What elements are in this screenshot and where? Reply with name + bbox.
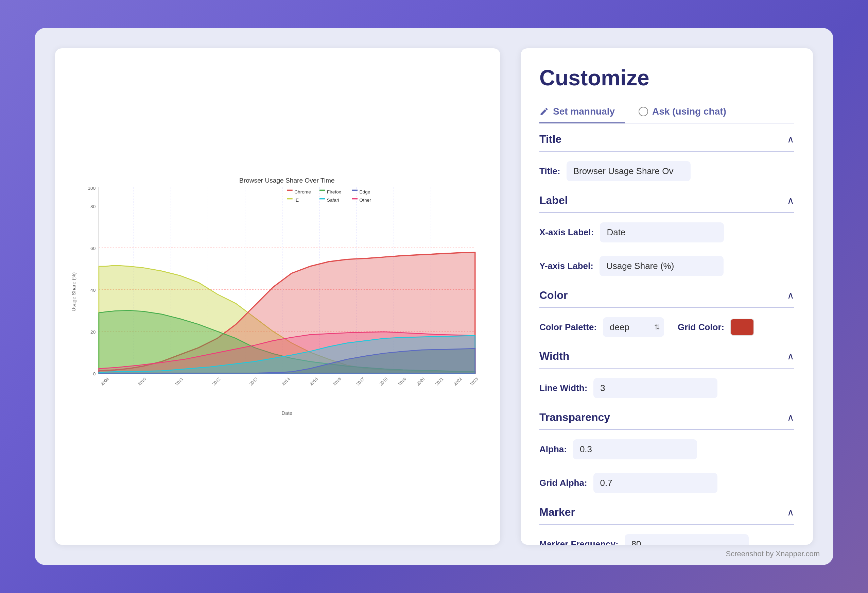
grid-color-label: Grid Color: [678, 322, 724, 333]
section-title-content: Title: [539, 152, 794, 185]
title-field-group: Title: [539, 161, 691, 181]
svg-rect-38 [287, 190, 292, 191]
x-axis-label: X-axis Label: [539, 227, 594, 238]
svg-rect-42 [352, 190, 357, 191]
svg-text:Chrome: Chrome [294, 189, 311, 195]
palette-field-group: Color Palette: deep muted bright pastel [539, 317, 664, 337]
y-axis-input[interactable] [599, 256, 723, 276]
y-axis-label: Usage Share (%) [71, 272, 77, 312]
title-field-label: Title: [539, 166, 560, 176]
y-axis-label: Y-axis Label: [539, 261, 593, 271]
section-marker-content: Marker Frequency: [539, 525, 794, 545]
svg-text:Other: Other [360, 198, 372, 203]
section-color: Color ∧ Color Palette: deep muted bright… [539, 279, 794, 340]
palette-select[interactable]: deep muted bright pastel [603, 317, 664, 337]
svg-text:60: 60 [90, 246, 96, 251]
palette-select-wrapper: deep muted bright pastel [603, 317, 664, 337]
section-width-content: Line Width: [539, 368, 794, 402]
section-label-header[interactable]: Label ∧ [539, 185, 794, 213]
line-width-input[interactable] [593, 378, 717, 398]
section-marker-header[interactable]: Marker ∧ [539, 497, 794, 525]
svg-text:IE: IE [294, 198, 299, 203]
chevron-up-icon-6: ∧ [787, 507, 794, 518]
grid-color-field-group: Grid Color: [678, 319, 754, 336]
grid-alpha-input[interactable] [593, 473, 717, 493]
chevron-up-icon-5: ∧ [787, 412, 794, 423]
tab-manual-label: Set mannualy [553, 106, 615, 117]
alpha-input[interactable] [573, 439, 697, 459]
section-transparency-title: Transparency [539, 411, 610, 424]
chevron-up-icon-4: ∧ [787, 350, 794, 362]
section-title-label: Title [539, 133, 561, 145]
customize-panel: Customize Set mannualy Ask (using chat) … [521, 48, 813, 545]
chart-svg: Browser Usage Share Over Time Usage Shar… [69, 62, 487, 531]
x-axis-field-group: X-axis Label: [539, 222, 724, 243]
transparency-field-row: Alpha: Grid Alpha: [539, 439, 794, 493]
chevron-up-icon: ∧ [787, 134, 794, 145]
section-width-header[interactable]: Width ∧ [539, 340, 794, 368]
line-width-field-group: Line Width: [539, 378, 717, 398]
x-axis-input[interactable] [600, 222, 724, 243]
svg-text:0: 0 [93, 371, 96, 376]
svg-text:Firefox: Firefox [327, 189, 341, 195]
y-axis-field-group: Y-axis Label: [539, 256, 723, 276]
section-label: Label ∧ X-axis Label: Y-axis Label: [539, 185, 794, 279]
svg-text:Edge: Edge [360, 189, 371, 195]
section-color-title: Color [539, 289, 568, 302]
marker-field-row: Marker Frequency: [539, 534, 794, 545]
section-marker: Marker ∧ Marker Frequency: [539, 497, 794, 545]
tab-chat-label: Ask (using chat) [652, 106, 726, 117]
palette-label: Color Palette: [539, 322, 597, 333]
marker-freq-field-group: Marker Frequency: [539, 534, 749, 545]
line-width-label: Line Width: [539, 383, 587, 393]
x-axis-label: Date [281, 410, 292, 416]
screenshot-label: Screenshot by Xnapper.com [726, 550, 820, 558]
pencil-icon [539, 107, 549, 116]
section-label-content: X-axis Label: Y-axis Label: [539, 213, 794, 279]
grid-alpha-label: Grid Alpha: [539, 478, 587, 488]
alpha-label: Alpha: [539, 444, 567, 455]
label-field-row: X-axis Label: Y-axis Label: [539, 222, 794, 276]
mode-tabs: Set mannualy Ask (using chat) [539, 101, 794, 123]
section-width-title: Width [539, 350, 570, 362]
svg-text:40: 40 [90, 288, 96, 293]
grid-alpha-field-group: Grid Alpha: [539, 473, 717, 493]
svg-text:100: 100 [88, 186, 96, 191]
page-title: Customize [539, 65, 794, 90]
tab-manual[interactable]: Set mannualy [539, 101, 625, 123]
title-input[interactable] [567, 161, 691, 181]
svg-rect-46 [319, 198, 325, 199]
title-field-row: Title: [539, 161, 794, 181]
section-transparency: Transparency ∧ Alpha: Grid Alpha: [539, 402, 794, 497]
section-marker-title: Marker [539, 506, 575, 519]
svg-rect-48 [352, 198, 357, 199]
marker-freq-input[interactable] [624, 534, 749, 545]
section-color-content: Color Palette: deep muted bright pastel … [539, 308, 794, 340]
chart-panel: Browser Usage Share Over Time Usage Shar… [55, 48, 500, 545]
svg-rect-40 [319, 190, 325, 191]
main-container: Browser Usage Share Over Time Usage Shar… [35, 28, 833, 565]
tab-chat[interactable]: Ask (using chat) [639, 101, 737, 123]
svg-rect-44 [287, 198, 292, 199]
marker-freq-label: Marker Frequency: [539, 539, 619, 545]
alpha-field-group: Alpha: [539, 439, 697, 459]
svg-text:20: 20 [90, 330, 96, 334]
section-title-header[interactable]: Title ∧ [539, 123, 794, 152]
section-transparency-header[interactable]: Transparency ∧ [539, 402, 794, 430]
section-label-title: Label [539, 194, 568, 207]
chevron-up-icon-3: ∧ [787, 290, 794, 301]
svg-text:80: 80 [90, 204, 96, 209]
chevron-up-icon-2: ∧ [787, 195, 794, 206]
section-transparency-content: Alpha: Grid Alpha: [539, 430, 794, 497]
chart-title: Browser Usage Share Over Time [239, 177, 335, 184]
color-field-row: Color Palette: deep muted bright pastel … [539, 317, 794, 337]
section-color-header[interactable]: Color ∧ [539, 279, 794, 308]
section-title: Title ∧ Title: [539, 123, 794, 185]
radio-icon [639, 107, 648, 116]
width-field-row: Line Width: [539, 378, 794, 398]
section-width: Width ∧ Line Width: [539, 340, 794, 402]
grid-color-swatch[interactable] [730, 319, 754, 336]
svg-text:Safari: Safari [327, 198, 339, 203]
